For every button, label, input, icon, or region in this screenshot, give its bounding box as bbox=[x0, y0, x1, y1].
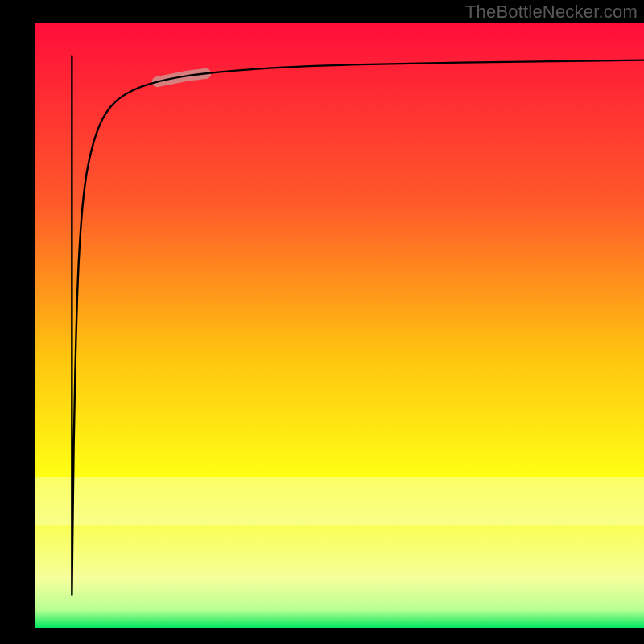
chart-stage: TheBottleNecker.com bbox=[0, 0, 644, 644]
plateau-highlight-band bbox=[35, 477, 644, 525]
gradient-background bbox=[35, 23, 644, 628]
attribution-text: TheBottleNecker.com bbox=[465, 2, 638, 23]
chart-svg bbox=[0, 0, 644, 644]
